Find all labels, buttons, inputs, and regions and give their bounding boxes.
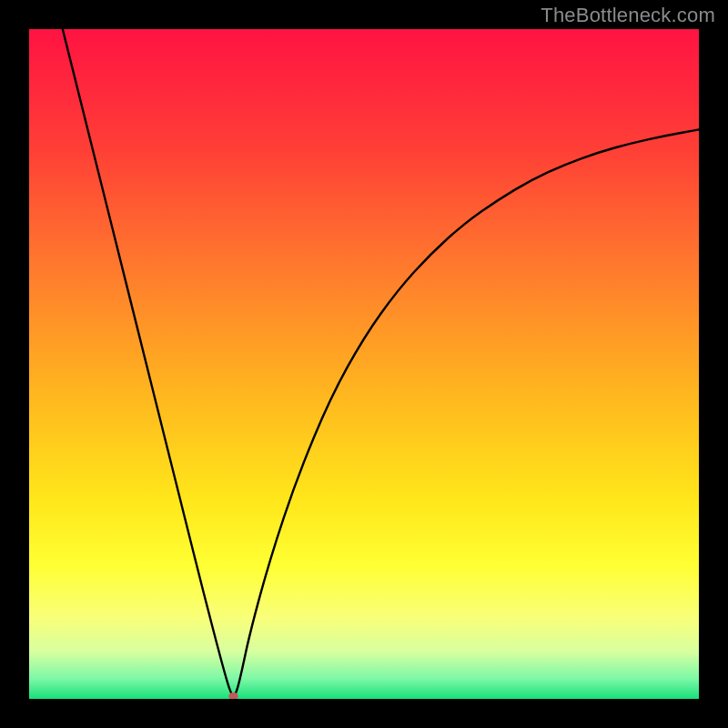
chart-frame: TheBottleneck.com [0, 0, 728, 728]
bottleneck-chart [29, 29, 699, 699]
chart-background [29, 29, 699, 699]
watermark-text: TheBottleneck.com [541, 4, 715, 27]
